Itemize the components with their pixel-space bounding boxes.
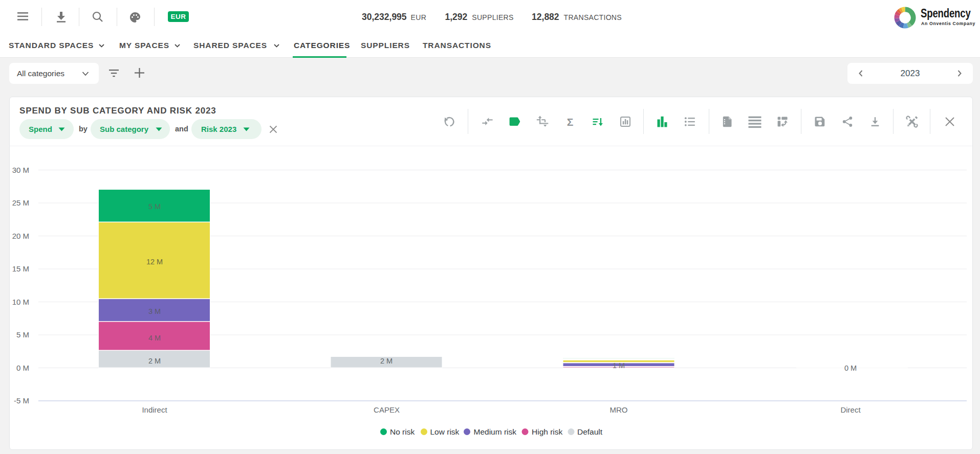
svg-text:Indirect: Indirect — [142, 405, 167, 414]
svg-text:2 M: 2 M — [380, 357, 393, 365]
svg-text:MRO: MRO — [610, 405, 628, 414]
svg-text:2 M: 2 M — [148, 357, 161, 365]
svg-text:High risk: High risk — [532, 427, 563, 436]
svg-text:10 M: 10 M — [12, 298, 29, 306]
svg-text:25 M: 25 M — [12, 198, 29, 207]
svg-text:Direct: Direct — [840, 405, 861, 414]
svg-text:Medium risk: Medium risk — [474, 427, 517, 436]
svg-text:15 M: 15 M — [12, 264, 29, 273]
svg-text:4 M: 4 M — [148, 334, 161, 342]
svg-text:1 M: 1 M — [613, 361, 625, 370]
svg-text:5 M: 5 M — [148, 202, 161, 211]
svg-text:0 M: 0 M — [844, 364, 857, 372]
svg-text:12 M: 12 M — [146, 258, 163, 266]
svg-text:Default: Default — [577, 427, 603, 436]
svg-text:5 M: 5 M — [16, 330, 29, 339]
svg-text:3 M: 3 M — [148, 307, 161, 315]
svg-text:-5 M: -5 M — [14, 396, 29, 405]
svg-text:No risk: No risk — [390, 427, 415, 436]
svg-text:30 M: 30 M — [12, 166, 29, 174]
svg-text:Low risk: Low risk — [430, 427, 460, 436]
svg-text:0 M: 0 M — [16, 364, 29, 372]
svg-text:Σ: Σ — [567, 116, 574, 128]
svg-text:20 M: 20 M — [12, 232, 29, 240]
svg-text:CAPEX: CAPEX — [374, 405, 400, 414]
